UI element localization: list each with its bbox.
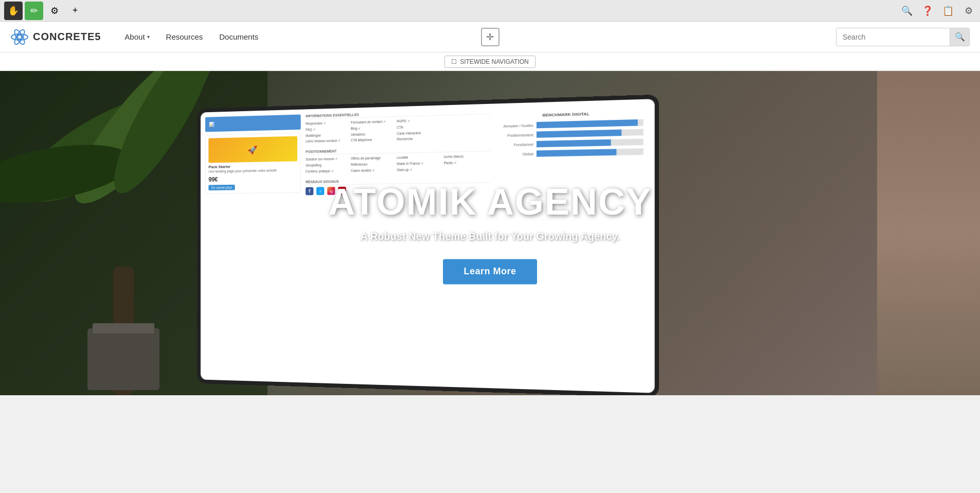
device-left-panels: 📊 🚀 Pack Starter Une landing page pour p…	[205, 114, 301, 198]
main-nav: About ▾ Resources Documents	[116, 22, 266, 52]
nav-search-area: 🔍	[836, 28, 970, 46]
hand-button[interactable]: ✋	[4, 2, 23, 20]
chart-row-2: Positionnement	[491, 129, 644, 139]
pack-desc: Une landing page pour présenter votre ac…	[208, 168, 297, 174]
device-panel-image: 🚀	[208, 136, 297, 163]
edit-button[interactable]: ✏	[25, 2, 43, 20]
nav-documents[interactable]: Documents	[211, 22, 266, 52]
add-block-button[interactable]: ✛	[481, 28, 500, 46]
about-chevron: ▾	[147, 34, 150, 40]
sitewide-nav-button[interactable]: ☐ SITEWIDE NAVIGATION	[444, 56, 536, 68]
section-essentielles: INFORMATIONS ESSENTIELLES Responsive ✓ F…	[306, 109, 491, 144]
search-icon-btn[interactable]: 🔍	[900, 4, 914, 18]
add-button[interactable]: +	[66, 2, 84, 20]
hero-right-decoration	[877, 71, 980, 395]
admin-bar: ✋ ✏ ⚙ + 🔍 ❓ 📋 ⚙	[0, 0, 980, 22]
sitewide-nav-bar: ☐ SITEWIDE NAVIGATION	[0, 52, 980, 71]
hero-section: BENCHMARK DIGITAL Annuaire / Guides Posi…	[0, 71, 980, 395]
search-box: 🔍	[836, 28, 970, 46]
settings-button[interactable]: ⚙	[45, 2, 64, 20]
section-positionnement: POSITIONNEMENT Solution sur-mesure ✓ Off…	[306, 146, 491, 174]
chart-row-1: Annuaire / Guides	[491, 119, 644, 130]
admin-bar-right: 🔍 ❓ 📋 ⚙	[900, 4, 976, 18]
clipboard-icon-btn[interactable]: 📋	[941, 4, 955, 18]
logo-text: CONCRETE5	[33, 31, 101, 43]
nav-bar: CONCRETE5 About ▾ Resources Documents ✛ …	[0, 22, 980, 52]
search-button[interactable]: 🔍	[950, 28, 969, 46]
add-block-area: ✛	[481, 28, 500, 46]
hero-subtitle: A Robust New Theme Built for Your Growin…	[310, 231, 670, 243]
chart-row-4: Global	[491, 148, 644, 157]
svg-rect-11	[87, 328, 159, 390]
admin-bar-left: ✋ ✏ ⚙ +	[4, 2, 84, 20]
hero-title: ATOMIK AGENCY	[310, 182, 670, 222]
sitewide-checkbox-icon: ☐	[451, 58, 457, 65]
device-pack-panel: 🚀 Pack Starter Une landing page pour pré…	[205, 133, 301, 194]
sliders-icon-btn[interactable]: ⚙	[961, 4, 976, 18]
nav-about[interactable]: About ▾	[116, 22, 157, 52]
help-icon-btn[interactable]: ❓	[920, 4, 935, 18]
atom-icon	[10, 28, 29, 46]
hero-cta-button[interactable]: Learn More	[443, 259, 537, 285]
search-input[interactable]	[836, 28, 950, 46]
chart-row-3: Fonctionnel	[491, 138, 644, 148]
nav-resources[interactable]: Resources	[158, 22, 211, 52]
svg-point-4	[18, 36, 21, 39]
add-block-icon: ✛	[486, 31, 494, 43]
site-logo[interactable]: CONCRETE5	[10, 28, 101, 46]
chart-title: BENCHMARK DIGITAL	[491, 110, 644, 119]
pack-price: 99€	[208, 174, 297, 183]
device-chart-area: BENCHMARK DIGITAL Annuaire / Guides Posi…	[491, 110, 644, 161]
sitewide-nav-label: SITEWIDE NAVIGATION	[460, 58, 529, 65]
pack-btn: En savoir plus	[208, 185, 235, 190]
hero-content: ATOMIK AGENCY A Robust New Theme Built f…	[310, 182, 670, 284]
svg-rect-12	[93, 323, 154, 333]
